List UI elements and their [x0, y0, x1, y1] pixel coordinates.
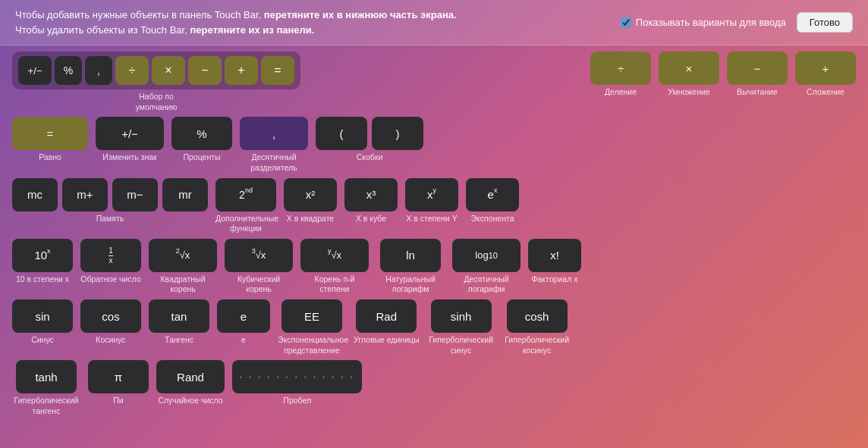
btn-ln-label: Натуральный логарифм	[376, 274, 445, 295]
btn-2nd-group: 2nd Дополнительные функции	[215, 178, 276, 234]
btn-pi[interactable]: π	[88, 360, 149, 393]
btn-cos-group: cos Косинус	[80, 299, 141, 346]
btn-subtract-label: Вычитание	[737, 87, 778, 98]
row1: +/− % , ÷ × − + = Набор по умолчанию ÷ Д…	[12, 52, 856, 112]
memory-buttons: mc m+ m− mr	[12, 178, 208, 211]
btn-mr[interactable]: mr	[162, 178, 208, 211]
btn-tan-label: Тангенс	[165, 335, 193, 346]
btn-equals[interactable]: =	[12, 117, 88, 150]
btn-xpowy[interactable]: xy	[405, 178, 458, 211]
btn-divide-standalone-group: ÷ Деление	[590, 52, 651, 98]
btn-tan-group: tan Тангенс	[149, 299, 209, 346]
btn-factorial-group: x! Факториал x	[528, 239, 581, 285]
btn-ee[interactable]: EE	[281, 299, 342, 333]
btn-log10[interactable]: log10	[452, 239, 520, 272]
btn-decimal-label: Десятичный разделитель	[240, 152, 308, 173]
btn-pi-label: Пи	[113, 396, 123, 406]
btn-xsq-label: Х в квадрате	[287, 214, 334, 224]
btn-sign-label: Изменить знак	[102, 152, 156, 163]
btn-e-label: e	[241, 335, 246, 346]
btn-equals-default[interactable]: =	[261, 56, 294, 85]
btn-e[interactable]: e	[217, 299, 270, 333]
btn-cbrt[interactable]: 3√x	[225, 239, 293, 272]
btn-xsq[interactable]: x²	[284, 178, 337, 211]
btn-space-group: · · · · · · · · · · · · · Пробел	[232, 360, 362, 406]
btn-ex-group: ex Экспонента	[466, 178, 519, 224]
btn-recip[interactable]: 1 x	[80, 239, 141, 272]
btn-decimal[interactable]: ,	[240, 117, 308, 150]
btn-xcube[interactable]: x³	[344, 178, 398, 211]
row6: tanh Гиперболический тангенс π Пи Rand С…	[12, 360, 856, 416]
default-set: +/− % , ÷ × − + =	[12, 52, 300, 89]
top-bar: Чтобы добавить нужные объекты в панель T…	[0, 0, 868, 45]
btn-parens-label: Скобки	[357, 152, 383, 163]
btn-sqrt-group: 2√x Квадратный корень	[149, 239, 217, 295]
btn-cbrt-label: Кубический корень	[225, 274, 293, 295]
btn-sinh-label: Гиперболический синус	[427, 335, 495, 356]
btn-tanh[interactable]: tanh	[16, 360, 77, 393]
btn-sin[interactable]: sin	[12, 299, 73, 333]
default-set-label: Набор по умолчанию	[122, 92, 190, 112]
btn-sin-label: Синус	[31, 335, 54, 346]
btn-ee-group: EE Экспоненциальное представление	[278, 299, 346, 356]
btn-add-standalone[interactable]: +	[795, 52, 856, 85]
btn-decimal-group: , Десятичный разделитель	[240, 117, 308, 173]
btn-multiply-default[interactable]: ×	[152, 56, 185, 85]
btn-subtract-standalone[interactable]: −	[727, 52, 788, 85]
btn-sqrt-label: Квадратный корень	[149, 274, 217, 295]
btn-tanh-group: tanh Гиперболический тангенс	[12, 360, 80, 416]
btn-log10-label: Десятичный логарифм	[452, 274, 520, 295]
show-variants-checkbox[interactable]	[621, 17, 631, 28]
top-bar-right: Показывать варианты для ввода Готово	[621, 12, 853, 33]
btn-equals-group: = Равно	[12, 117, 88, 163]
btn-xpowy-label: Х в степени Y	[406, 214, 457, 224]
btn-factorial-label: Факториал x	[532, 274, 578, 285]
btn-2nd[interactable]: 2nd	[215, 178, 276, 211]
done-button[interactable]: Готово	[797, 12, 853, 33]
btn-toggle-sign[interactable]: +/−	[18, 56, 52, 85]
btn-yroot-label: Корень п-й степени	[300, 274, 369, 295]
btn-pct[interactable]: %	[171, 117, 232, 150]
btn-ex[interactable]: ex	[466, 178, 519, 211]
show-variants-checkbox-label[interactable]: Показывать варианты для ввода	[621, 17, 786, 28]
btn-cosh[interactable]: cosh	[507, 299, 568, 333]
btn-add-standalone-group: + Сложение	[795, 52, 856, 98]
show-variants-label: Показывать варианты для ввода	[636, 17, 786, 28]
btn-close-paren[interactable]: )	[372, 117, 423, 150]
btn-mminus[interactable]: m−	[112, 178, 158, 211]
memory-label: Память	[96, 214, 124, 224]
btn-multiply-standalone-group: × Умножение	[659, 52, 719, 98]
btn-divide-default[interactable]: ÷	[115, 56, 149, 85]
btn-tan[interactable]: tan	[149, 299, 209, 333]
btn-minus-default[interactable]: −	[188, 56, 222, 85]
btn-open-paren[interactable]: (	[316, 117, 367, 150]
btn-ln[interactable]: ln	[380, 239, 441, 272]
btn-10x[interactable]: 10x	[12, 239, 73, 272]
btn-rand[interactable]: Rand	[156, 360, 225, 393]
btn-multiply-standalone[interactable]: ×	[659, 52, 719, 85]
btn-cos[interactable]: cos	[80, 299, 141, 333]
btn-space[interactable]: · · · · · · · · · · · · ·	[232, 360, 362, 393]
btn-comma[interactable]: ,	[85, 56, 112, 85]
btn-sign[interactable]: +/−	[96, 117, 164, 150]
btn-recip-group: 1 x Обратное число	[80, 239, 141, 285]
btn-divide-label: Деление	[605, 87, 637, 98]
btn-space-label: Пробел	[283, 396, 311, 406]
btn-mc[interactable]: mc	[12, 178, 58, 211]
btn-pct-label: Проценты	[183, 152, 220, 163]
btn-cosh-group: cosh Гиперболический косинус	[503, 299, 571, 356]
btn-factorial[interactable]: x!	[528, 239, 581, 272]
btn-sinh[interactable]: sinh	[431, 299, 492, 333]
btn-xsq-group: x² Х в квадрате	[284, 178, 337, 224]
btn-mplus[interactable]: m+	[62, 178, 108, 211]
btn-ee-label: Экспоненциальное представление	[278, 335, 346, 356]
btn-percent[interactable]: %	[55, 56, 82, 85]
btn-divide-standalone[interactable]: ÷	[590, 52, 651, 85]
btn-yroot[interactable]: y√x	[300, 239, 369, 272]
btn-pct-group: % Проценты	[171, 117, 232, 163]
btn-10x-group: 10x 10 в степени x	[12, 239, 73, 285]
btn-rad[interactable]: Rad	[356, 299, 417, 333]
btn-xcube-label: Х в кубе	[356, 214, 386, 224]
btn-sqrt[interactable]: 2√x	[149, 239, 217, 272]
btn-plus-default[interactable]: +	[225, 56, 258, 85]
